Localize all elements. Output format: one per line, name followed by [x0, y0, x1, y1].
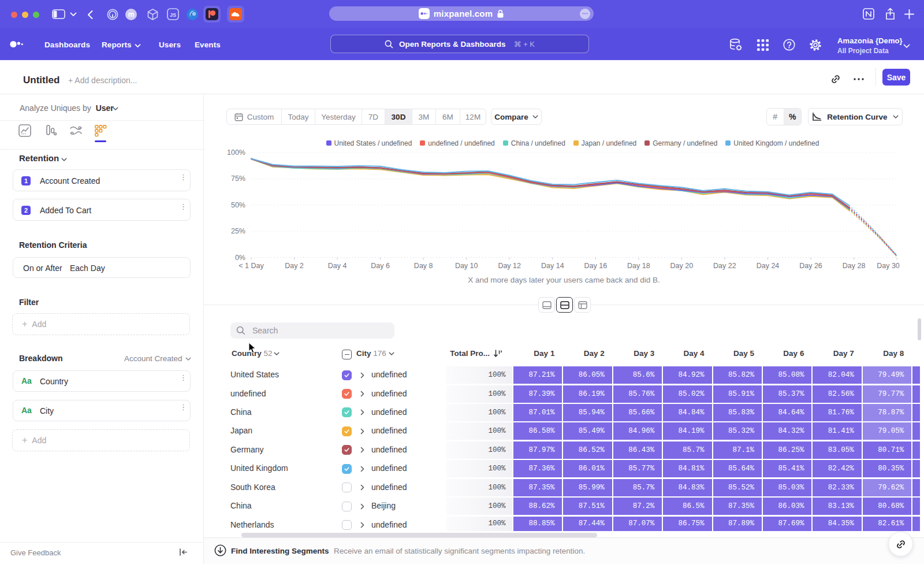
- svg-text:< 1 Day: < 1 Day: [239, 262, 264, 270]
- svg-text:Day 2: Day 2: [285, 262, 304, 270]
- svg-text:50%: 50%: [231, 201, 245, 209]
- svg-text:Day 4: Day 4: [328, 262, 347, 270]
- svg-text:Day 10: Day 10: [455, 262, 478, 270]
- svg-text:Day 18: Day 18: [627, 262, 650, 270]
- svg-text:0%: 0%: [235, 254, 245, 262]
- svg-text:Day 24: Day 24: [757, 262, 780, 270]
- svg-text:100%: 100%: [227, 149, 245, 157]
- svg-text:Day 12: Day 12: [498, 262, 521, 270]
- svg-text:Day 26: Day 26: [799, 262, 822, 270]
- svg-text:Day 22: Day 22: [713, 262, 736, 270]
- svg-text:Day 30: Day 30: [877, 262, 900, 270]
- svg-text:JS: JS: [170, 12, 176, 18]
- svg-text:Day 28: Day 28: [843, 262, 866, 270]
- svg-text:Day 8: Day 8: [414, 262, 433, 270]
- svg-text:Day 16: Day 16: [584, 262, 607, 270]
- svg-text:Day 20: Day 20: [670, 262, 694, 270]
- svg-text:Day 6: Day 6: [371, 262, 390, 270]
- svg-text:Day 14: Day 14: [541, 262, 564, 270]
- svg-text:75%: 75%: [231, 175, 245, 183]
- svg-text:25%: 25%: [231, 227, 245, 235]
